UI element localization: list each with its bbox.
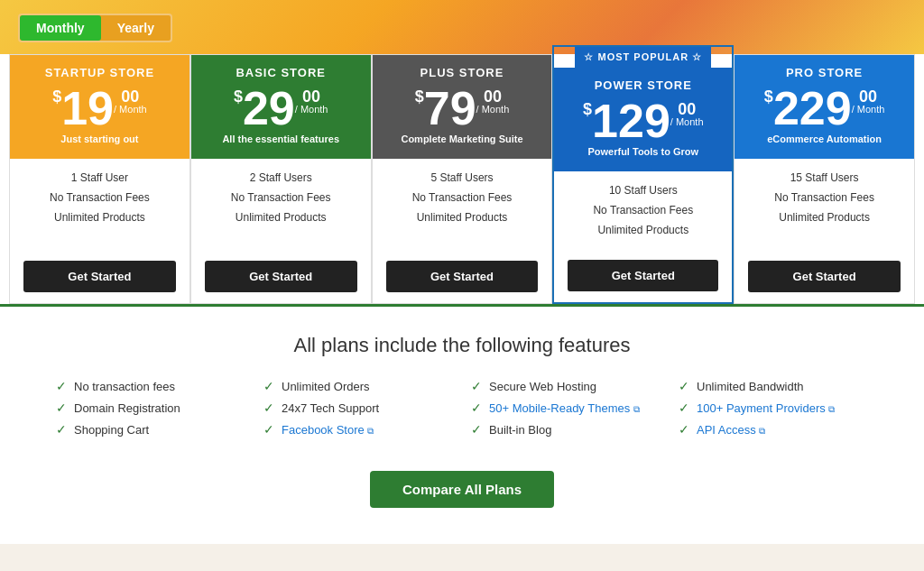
price-cents-month-startup: 00 / Month xyxy=(114,88,147,115)
checkmark-icon: ✓ xyxy=(679,379,689,393)
banner: Monthly Yearly xyxy=(0,0,924,54)
features-grid: ✓No transaction fees✓Domain Registration… xyxy=(56,379,868,444)
feature-label: Unlimited Orders xyxy=(282,380,370,393)
feature-label: Unlimited Bandwidth xyxy=(697,380,804,393)
feature-item: ✓Built-in Blog xyxy=(471,422,661,437)
feature-item: ✓Secure Web Hosting xyxy=(471,379,661,393)
products-startup: Unlimited Products xyxy=(19,209,180,226)
plans-section: STARTUP STORE $ 19 00 / Month Just start… xyxy=(0,54,924,304)
price-cents-basic: 00 xyxy=(295,88,328,105)
features-col-1: ✓No transaction fees✓Domain Registration… xyxy=(56,379,245,444)
plan-tagline-pro: eCommerce Automation xyxy=(742,134,907,152)
price-dollar-basic: $ xyxy=(234,88,243,105)
staff-users-plus: 5 Staff Users xyxy=(382,170,543,186)
get-started-btn-startup[interactable]: Get Started xyxy=(23,261,176,292)
price-cents-month-pro: 00 / Month xyxy=(852,88,885,115)
price-area-pro: $ 229 00 / Month xyxy=(742,85,907,132)
compare-all-plans-button[interactable]: Compare All Plans xyxy=(370,471,554,508)
feature-label: 50+ Mobile-Ready Themes ⧉ xyxy=(489,401,640,415)
plan-features-pro: 15 Staff Users No Transaction Fees Unlim… xyxy=(735,159,914,253)
price-amount-startup: 19 xyxy=(61,85,114,132)
plan-header-pro: PRO STORE $ 229 00 / Month eCommerce Aut… xyxy=(735,55,914,159)
price-area-plus: $ 79 00 / Month xyxy=(380,85,545,132)
feature-label: Facebook Store ⧉ xyxy=(282,423,374,437)
feature-label: API Access ⧉ xyxy=(697,423,765,437)
checkmark-icon: ✓ xyxy=(56,422,67,437)
plan-card-basic: BASIC STORE $ 29 00 / Month All the esse… xyxy=(190,54,372,304)
price-area-power: $ 129 00 / Month xyxy=(561,97,725,144)
plan-tagline-startup: Just starting out xyxy=(17,134,182,152)
feature-label: 100+ Payment Providers ⧉ xyxy=(697,401,835,415)
plan-card-power: ☆ MOST POPULAR ☆ POWER STORE $ 129 00 / … xyxy=(552,45,734,304)
monthly-toggle[interactable]: Monthly xyxy=(20,15,101,41)
features-col-2: ✓Unlimited Orders✓24x7 Tech Support✓Face… xyxy=(263,379,453,444)
feature-item: ✓Domain Registration xyxy=(56,401,245,415)
plan-card-startup: STARTUP STORE $ 19 00 / Month Just start… xyxy=(9,54,190,304)
external-link-icon: ⧉ xyxy=(759,426,765,436)
price-amount-pro: 229 xyxy=(773,85,852,132)
checkmark-icon: ✓ xyxy=(263,422,274,437)
plan-card-plus: PLUS STORE $ 79 00 / Month Complete Mark… xyxy=(372,54,553,304)
staff-users-pro: 15 Staff Users xyxy=(744,170,905,186)
features-col-3: ✓Secure Web Hosting✓50+ Mobile-Ready The… xyxy=(471,379,661,444)
plan-tagline-basic: All the essential features xyxy=(199,134,364,152)
checkmark-icon: ✓ xyxy=(263,401,274,415)
checkmark-icon: ✓ xyxy=(679,422,689,437)
feature-link[interactable]: Facebook Store ⧉ xyxy=(282,423,374,437)
checkmark-icon: ✓ xyxy=(56,401,67,415)
plan-header-startup: STARTUP STORE $ 19 00 / Month Just start… xyxy=(10,55,189,159)
feature-label: Shopping Cart xyxy=(74,423,149,437)
price-dollar-power: $ xyxy=(583,101,592,117)
plan-card-pro: PRO STORE $ 229 00 / Month eCommerce Aut… xyxy=(734,54,915,304)
plan-features-startup: 1 Staff User No Transaction Fees Unlimit… xyxy=(10,159,189,253)
all-plans-title: All plans include the following features xyxy=(18,334,906,357)
plan-header-plus: PLUS STORE $ 79 00 / Month Complete Mark… xyxy=(373,55,552,159)
plan-name-pro: PRO STORE xyxy=(742,66,907,79)
external-link-icon: ⧉ xyxy=(633,404,640,414)
plans-grid: STARTUP STORE $ 19 00 / Month Just start… xyxy=(9,54,915,304)
plan-name-plus: PLUS STORE xyxy=(380,66,545,79)
get-started-btn-basic[interactable]: Get Started xyxy=(205,261,357,292)
staff-users-startup: 1 Staff User xyxy=(19,170,180,186)
checkmark-icon: ✓ xyxy=(471,379,482,393)
price-area-startup: $ 19 00 / Month xyxy=(17,85,182,132)
price-cents-month-basic: 00 / Month xyxy=(295,88,328,115)
products-basic: Unlimited Products xyxy=(200,209,362,226)
plan-features-power: 10 Staff Users No Transaction Fees Unlim… xyxy=(554,171,732,253)
plan-tagline-power: Powerful Tools to Grow xyxy=(561,146,725,164)
price-amount-power: 129 xyxy=(592,97,670,144)
external-link-icon: ⧉ xyxy=(367,426,374,436)
external-link-icon: ⧉ xyxy=(828,404,835,414)
products-pro: Unlimited Products xyxy=(744,209,905,226)
checkmark-icon: ✓ xyxy=(263,379,274,393)
feature-link[interactable]: 50+ Mobile-Ready Themes ⧉ xyxy=(489,401,640,415)
plan-header-power: POWER STORE $ 129 00 / Month Powerful To… xyxy=(554,68,732,171)
get-started-btn-pro[interactable]: Get Started xyxy=(748,261,901,292)
plan-features-plus: 5 Staff Users No Transaction Fees Unlimi… xyxy=(373,159,552,253)
price-amount-basic: 29 xyxy=(243,85,295,132)
feature-item: ✓Unlimited Bandwidth xyxy=(679,379,868,393)
price-dollar-pro: $ xyxy=(764,88,773,105)
billing-toggle[interactable]: Monthly Yearly xyxy=(18,14,172,42)
feature-link[interactable]: API Access ⧉ xyxy=(697,423,765,437)
feature-link[interactable]: 100+ Payment Providers ⧉ xyxy=(697,401,835,415)
price-cents-startup: 00 xyxy=(114,88,147,105)
price-cents-plus: 00 xyxy=(476,88,510,105)
products-plus: Unlimited Products xyxy=(382,209,543,226)
feature-label: Built-in Blog xyxy=(489,423,551,437)
feature-label: Domain Registration xyxy=(74,401,180,415)
get-started-btn-power[interactable]: Get Started xyxy=(568,260,718,291)
feature-item: ✓No transaction fees xyxy=(56,379,245,393)
price-cents-month-power: 00 / Month xyxy=(670,101,704,127)
feature-label: Secure Web Hosting xyxy=(489,380,596,393)
plan-name-startup: STARTUP STORE xyxy=(17,66,182,79)
price-cents-month-plus: 00 / Month xyxy=(476,88,510,115)
get-started-btn-plus[interactable]: Get Started xyxy=(386,261,539,292)
transaction-fees-plus: No Transaction Fees xyxy=(382,189,543,206)
transaction-fees-startup: No Transaction Fees xyxy=(19,189,180,206)
features-col-4: ✓Unlimited Bandwidth✓100+ Payment Provid… xyxy=(679,379,868,444)
yearly-toggle[interactable]: Yearly xyxy=(101,15,171,41)
popular-badge: ☆ MOST POPULAR ☆ xyxy=(575,47,711,68)
price-dollar-plus: $ xyxy=(415,88,424,105)
checkmark-icon: ✓ xyxy=(56,379,67,393)
